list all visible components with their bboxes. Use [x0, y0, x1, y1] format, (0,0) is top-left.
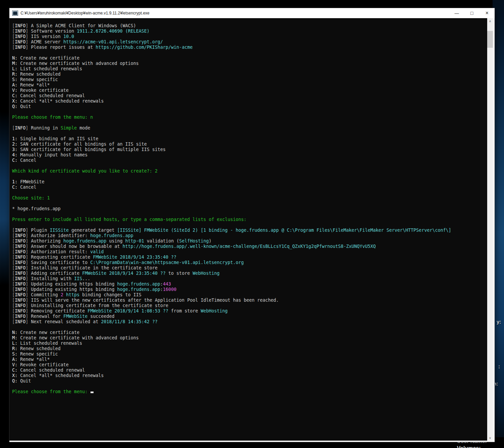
console-line: Please choose from the menu: — [12, 389, 486, 395]
console-line — [12, 222, 486, 228]
console-line: S: Renew specific — [12, 77, 486, 82]
window-controls: — □ × — [449, 8, 495, 18]
desktop-info-label-partial-2: : — [498, 364, 500, 369]
console-app-icon[interactable] — [12, 10, 18, 16]
maximize-button[interactable]: □ — [464, 8, 479, 18]
console-line: V: Revoke certificate — [12, 88, 486, 93]
console-body: [INFO] A Simple ACME Client for Windows … — [9, 18, 495, 442]
console-window: C:¥Users¥teruhirokomaki¥Desktop¥win-acme… — [9, 8, 495, 442]
console-line: Which kind of certificate would you like… — [12, 169, 486, 174]
console-line: A: Renew *all* — [12, 82, 486, 88]
console-line: N: Create new certificate — [12, 55, 486, 61]
console-line: [INFO] Running in Simple mode — [12, 125, 486, 131]
console-line: [INFO] Authorize identifier: hoge.fruden… — [12, 233, 486, 238]
title-bar[interactable]: C:¥Users¥teruhirokomaki¥Desktop¥win-acme… — [9, 8, 495, 18]
desktop-wallpaper-left — [0, 111, 10, 286]
console-line: [INFO] Installing certificate in the cer… — [12, 265, 486, 271]
console-line: [INFO] Uninstalling certificate from the… — [12, 303, 486, 308]
minimize-button[interactable]: — — [449, 8, 464, 18]
console-line: 4: Manually input host names — [12, 152, 486, 158]
console-line — [12, 109, 486, 115]
console-line — [12, 212, 486, 217]
console-line: * hoge.frudens.app — [12, 206, 486, 212]
console-line: Please choose from the menu: n — [12, 115, 486, 120]
console-line: [INFO] Please report issues at https://g… — [12, 45, 486, 50]
console-line: M: Create new certificate with advanced … — [12, 61, 486, 66]
console-line: C: Cancel scheduled renewal — [12, 93, 486, 99]
scroll-up-icon[interactable]: ∧ — [487, 18, 493, 24]
console-line: Q: Quit — [12, 378, 486, 384]
console-line: 3: SAN certificate for all bindings of m… — [12, 147, 486, 152]
console-line: C: Cancel scheduled renewal — [12, 368, 486, 373]
window-title: C:¥Users¥teruhirokomaki¥Desktop¥win-acme… — [21, 11, 449, 15]
console-line: [INFO] Requesting certificate FMWebSite … — [12, 255, 486, 260]
console-line: 1: FMWebSite — [12, 179, 486, 185]
console-line: N: Create new certificate — [12, 330, 486, 335]
console-line — [12, 163, 486, 169]
console-line: [INFO] Updating existing https binding h… — [12, 287, 486, 292]
console-line: [INFO] Adding certificate FMWebSite 2018… — [12, 271, 486, 276]
vertical-scrollbar[interactable]: ∧ ∨ — [487, 18, 493, 441]
console-line: [INFO] Software version 1911.2.6726.4069… — [12, 29, 486, 34]
scrollbar-thumb[interactable] — [487, 31, 493, 48]
console-line: [INFO] Updating existing https binding h… — [12, 282, 486, 287]
console-line: [INFO] Next renewal scheduled at 2018/11… — [12, 319, 486, 325]
console-line: 1: Single binding of an IIS site — [12, 136, 486, 142]
console-line: [INFO] Installing with IIS... — [12, 276, 486, 282]
console-line — [12, 190, 486, 195]
console-line: [INFO] ACME server https://acme-v01.api.… — [12, 39, 486, 45]
console-line — [12, 325, 486, 330]
console-line: C: Cancel — [12, 158, 486, 163]
scroll-down-icon[interactable]: ∨ — [487, 435, 493, 441]
console-line: X: Cancel *all* scheduled renewals — [12, 99, 486, 104]
console-line: [INFO] Answer should now be browsable at… — [12, 244, 486, 249]
console-line: S: Renew specific — [12, 351, 486, 357]
console-line: [INFO] IIS will serve the new certificat… — [12, 298, 486, 303]
console-line: Choose site: 1 — [12, 195, 486, 201]
console-line: L: List scheduled renewals — [12, 66, 486, 72]
console-line: L: List scheduled renewals — [12, 341, 486, 346]
console-line: [INFO] Authorizing hoge.frudens.app usin… — [12, 238, 486, 244]
console-line: [INFO] Saving certificate to C:\ProgramD… — [12, 260, 486, 265]
console-line: A: Renew *all* — [12, 357, 486, 362]
console-line: C: Cancel — [12, 185, 486, 190]
console-line: V: Revoke certificate — [12, 362, 486, 368]
console-output[interactable]: [INFO] A Simple ACME Client for Windows … — [9, 18, 487, 441]
console-line: M: Create new certificate with advanced … — [12, 335, 486, 341]
console-line: X: Cancel *all* scheduled renewals — [12, 373, 486, 378]
console-line — [12, 50, 486, 55]
console-line — [12, 131, 486, 136]
close-button[interactable]: × — [479, 8, 495, 18]
desktop-info-label-volumes: Volumes: — [457, 445, 481, 448]
console-line: 2: SAN certificate for all bindings of a… — [12, 142, 486, 147]
console-line: [INFO] Committing 2 https binding change… — [12, 292, 486, 298]
console-line: R: Renew scheduled — [12, 72, 486, 77]
console-line: [INFO] Plugin IISSite generated target [… — [12, 228, 486, 233]
text-cursor — [91, 391, 94, 393]
console-line — [12, 384, 486, 389]
console-line: [INFO] Renewal for FMWebSite succeeded — [12, 314, 486, 319]
console-line: Q: Quit — [12, 104, 486, 109]
desktop-info-label-partial-1: y: — [497, 319, 501, 325]
console-line — [12, 120, 486, 125]
console-line: [INFO] Authorization result: valid — [12, 249, 486, 255]
console-line: Press enter to include all listed hosts,… — [12, 217, 486, 222]
console-line: [INFO] IIS version 10.0 — [12, 34, 486, 39]
console-line — [12, 201, 486, 206]
console-line: R: Renew scheduled — [12, 346, 486, 351]
console-line: [INFO] A Simple ACME Client for Windows … — [12, 23, 486, 29]
console-line: [INFO] Removing certificate FMWebSite 20… — [12, 308, 486, 314]
console-line — [12, 174, 486, 179]
